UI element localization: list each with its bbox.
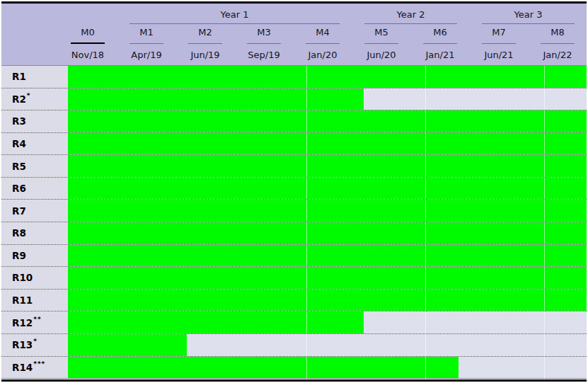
gantt-row: R13* — [1, 333, 587, 356]
gantt-track — [68, 88, 587, 110]
gantt-bar — [68, 178, 587, 200]
milestone-underline — [247, 43, 281, 44]
gantt-track — [68, 178, 587, 200]
header-track: Year 1Year 2Year 3M0Nov/18M1Apr/19M2Jun/… — [68, 4, 587, 65]
year-group-label: Year 2 — [364, 7, 457, 23]
row-label-superscript: *** — [33, 360, 45, 367]
row-label-text: R14 — [12, 362, 33, 373]
milestone-date: Jun/19 — [177, 47, 234, 63]
gantt-track — [68, 155, 587, 177]
row-label: R1 — [1, 66, 68, 88]
gantt-row: R1 — [1, 66, 587, 88]
gantt-bar — [68, 200, 587, 222]
gantt-track — [68, 267, 587, 289]
gantt-row: R7 — [1, 199, 587, 222]
milestone-underline-strong — [71, 42, 105, 44]
gantt-track — [68, 110, 587, 132]
year-group-underline — [482, 23, 575, 24]
gantt-bar — [68, 66, 587, 88]
milestone-date: Jan/22 — [529, 47, 586, 63]
row-label: R2* — [1, 88, 68, 110]
row-label-text: R8 — [12, 227, 26, 239]
row-label: R9 — [1, 245, 68, 267]
row-label: R12** — [1, 311, 68, 333]
gantt-bar — [68, 267, 587, 289]
milestone-date: Jan/21 — [412, 47, 468, 63]
milestone-underline — [188, 43, 222, 44]
gantt-track — [68, 133, 587, 155]
gantt-row: R2* — [1, 88, 587, 110]
gantt-bar — [68, 222, 587, 244]
gantt-bar — [68, 110, 587, 132]
gantt-row: R12** — [1, 311, 587, 333]
gantt-bar — [68, 155, 587, 177]
row-label-text: R3 — [12, 115, 26, 127]
row-label: R13* — [1, 334, 68, 356]
row-label-text: R4 — [12, 138, 26, 149]
row-label-superscript: * — [33, 338, 38, 345]
row-label-superscript: ** — [33, 316, 41, 323]
gantt-row: R11 — [1, 289, 587, 311]
milestone-underline — [482, 43, 516, 44]
milestone-date: Apr/19 — [118, 47, 175, 63]
row-label: R11 — [1, 290, 68, 311]
gantt-bar — [68, 357, 459, 379]
gantt-bar — [68, 88, 364, 110]
gantt-track — [68, 311, 587, 333]
milestone-underline — [306, 43, 340, 44]
gantt-bar — [68, 245, 587, 267]
gantt-track — [68, 245, 587, 267]
milestone-label: M7 — [471, 25, 527, 40]
year-group-label: Year 3 — [482, 7, 575, 23]
gantt-row: R8 — [1, 222, 587, 244]
gantt-track — [68, 66, 587, 88]
gantt-row: R3 — [1, 110, 587, 132]
row-label-text: R9 — [12, 250, 26, 261]
milestone-label: M1 — [118, 25, 175, 40]
gantt-bar — [68, 290, 587, 311]
milestone-date: Sep/19 — [236, 47, 292, 63]
milestone-label: M3 — [236, 25, 292, 40]
milestone-label: M6 — [412, 25, 468, 40]
row-label: R14*** — [1, 357, 68, 379]
row-label-text: R2 — [12, 93, 26, 105]
row-label: R4 — [1, 133, 68, 155]
gantt-track — [68, 200, 587, 222]
gantt-bar — [68, 311, 364, 333]
row-label-text: R7 — [12, 205, 26, 217]
milestone-label: M5 — [353, 25, 410, 40]
milestone-date: Jan/20 — [294, 47, 351, 63]
milestone-date: Jun/21 — [471, 47, 527, 63]
gantt-row: R6 — [1, 177, 587, 200]
milestone-underline — [129, 43, 163, 44]
milestone-label: M2 — [177, 25, 234, 40]
row-label: R3 — [1, 110, 68, 132]
row-label-text: R10 — [12, 272, 33, 283]
table-body: R1R2*R3R4R5R6R7R8R9R10R11R12**R13*R14*** — [1, 66, 587, 379]
gantt-bar — [68, 334, 187, 356]
milestone-label: M4 — [294, 25, 351, 40]
row-label: R10 — [1, 267, 68, 289]
row-label-text: R12 — [12, 317, 33, 328]
gantt-track — [68, 222, 587, 244]
page: Year 1Year 2Year 3M0Nov/18M1Apr/19M2Jun/… — [0, 0, 588, 383]
row-label: R5 — [1, 155, 68, 177]
table-header: Year 1Year 2Year 3M0Nov/18M1Apr/19M2Jun/… — [1, 4, 587, 66]
year-group-underline — [129, 23, 340, 24]
gantt-row: R10 — [1, 266, 587, 289]
row-label-text: R5 — [12, 161, 26, 172]
milestone-underline — [541, 43, 575, 44]
row-label: R7 — [1, 200, 68, 222]
row-label-superscript: * — [27, 92, 31, 99]
gantt-track — [68, 290, 587, 311]
milestone-label: M0 — [59, 25, 116, 40]
milestone-date: Jun/20 — [353, 47, 410, 63]
gantt-row: R5 — [1, 154, 587, 177]
gantt-table: Year 1Year 2Year 3M0Nov/18M1Apr/19M2Jun/… — [1, 1, 587, 382]
gantt-track — [68, 357, 587, 379]
row-label-text: R1 — [12, 71, 26, 82]
milestone-date: Nov/18 — [59, 47, 116, 63]
row-label-text: R6 — [12, 183, 26, 194]
milestone-underline — [364, 43, 398, 44]
year-group-underline — [364, 23, 457, 24]
